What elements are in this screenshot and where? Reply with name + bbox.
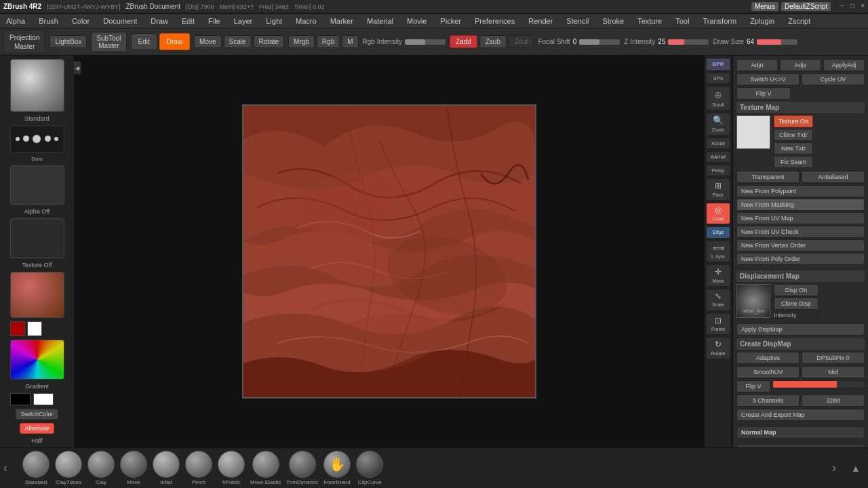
clone-disp-button[interactable]: Clone Disp <box>774 298 818 310</box>
color-picker[interactable] <box>10 340 64 380</box>
aahalf-button[interactable]: AAHalf <box>706 151 730 163</box>
new-from-masking-button[interactable]: New From Masking <box>736 199 865 211</box>
applyadj-button[interactable]: ApplyAdj <box>823 59 865 71</box>
switch-uv-button[interactable]: Switch U<>V <box>736 73 800 85</box>
menu-transform[interactable]: Transform <box>700 16 739 26</box>
zcut-button[interactable]: Zcut <box>509 35 534 48</box>
canvas-area[interactable] <box>75 56 704 447</box>
create-export-button[interactable]: Create And Export Map <box>736 409 865 421</box>
move2-button[interactable]: ✛ Move <box>706 264 730 287</box>
alternate-button[interactable]: Alternate <box>20 423 54 434</box>
menu-edit[interactable]: Edit <box>179 16 197 26</box>
menu-draw[interactable]: Draw <box>148 16 171 26</box>
minimize-button[interactable]: − <box>840 2 844 11</box>
scale2-button[interactable]: ⤡ Scale <box>706 289 730 311</box>
scroll-button[interactable]: ⊕ Scroll <box>706 86 730 110</box>
menu-layer[interactable]: Layer <box>231 16 256 26</box>
clone-txtr-button[interactable]: Clone Txtr <box>774 129 813 141</box>
menu-document[interactable]: Document <box>100 16 140 26</box>
scale-slider[interactable] <box>772 380 865 388</box>
maximize-button[interactable]: □ <box>850 2 854 11</box>
dpsubpix-button[interactable]: DPSubPix 0 <box>802 352 865 364</box>
mid-button[interactable]: Mid <box>802 366 865 378</box>
menu-brush[interactable]: Brush <box>36 16 61 26</box>
bottom-brush-standard[interactable]: Standard <box>22 451 50 485</box>
menu-movie[interactable]: Movie <box>404 16 429 26</box>
menu-texture[interactable]: Texture <box>635 16 665 26</box>
bottom-brush-clay[interactable]: Clay <box>87 451 115 485</box>
bottom-brush-move[interactable]: Move <box>120 451 147 485</box>
gradient-light[interactable] <box>33 393 54 405</box>
displacement-preview[interactable]: tahoe_den <box>736 284 770 318</box>
lsym-button[interactable]: ⟺ L.Sym <box>706 241 730 263</box>
rotate2-button[interactable]: ↻ Rotate <box>706 337 730 359</box>
rotate-button[interactable]: Rotate <box>254 35 284 48</box>
texture-on-button[interactable]: Texture On <box>774 115 813 127</box>
new-from-uv-map-button[interactable]: New From UV Map <box>736 212 865 224</box>
adaptive-button[interactable]: Adaptive <box>736 352 800 364</box>
script-button[interactable]: DefaultZScript <box>781 2 831 11</box>
sxyz-button[interactable]: SXyz <box>706 226 730 238</box>
apply-dispmap-button[interactable]: Apply DispMap <box>736 323 865 336</box>
disp-flip-v-button[interactable]: Flip V <box>736 380 770 392</box>
smooth-uv-button[interactable]: SmoothUV <box>736 366 800 378</box>
menu-file[interactable]: File <box>205 16 223 26</box>
fix-seam-button[interactable]: Fix Seam <box>774 156 813 168</box>
scroll-right-icon[interactable]: › <box>832 461 846 475</box>
3channels-button[interactable]: 3 Channels <box>736 394 800 407</box>
menu-light[interactable]: Light <box>263 16 285 26</box>
projection-master-button[interactable]: ProjectionMaster <box>3 30 45 54</box>
menu-render[interactable]: Render <box>526 16 555 26</box>
rgb-intensity-slider[interactable] <box>405 39 446 45</box>
flip-v-button[interactable]: Flip V <box>736 87 791 100</box>
disp-on-button[interactable]: Disp On <box>774 284 818 296</box>
left-expand-toggle[interactable]: ◄ <box>73 61 75 75</box>
move-button[interactable]: Move <box>194 35 221 48</box>
main-canvas[interactable] <box>243 106 535 397</box>
cycle-uv-button[interactable]: Cycle UV <box>802 73 865 85</box>
mrgb-button[interactable]: Mrgb <box>288 35 315 48</box>
bottom-brush-clipcurve[interactable]: ClipCurve <box>356 451 383 485</box>
persp-button[interactable]: Persp <box>706 165 730 176</box>
new-from-polypaint-button[interactable]: New From Polypaint <box>736 185 865 197</box>
z-intensity-slider[interactable] <box>668 39 709 45</box>
local-button[interactable]: ◎ Local <box>706 203 730 225</box>
foreground-color[interactable] <box>10 321 25 336</box>
bottom-brush-trimdynamic[interactable]: TrimDynamic <box>286 451 318 485</box>
adju-button[interactable]: Adju <box>736 59 778 71</box>
display-properties-button[interactable]: Display Properties <box>736 444 865 447</box>
normal-map-button[interactable]: Normal Map <box>736 426 865 439</box>
actual-button[interactable]: Actual <box>706 138 730 149</box>
scale-button[interactable]: Scale <box>224 35 252 48</box>
new-txtr-button[interactable]: New Txtr <box>774 142 813 155</box>
edit-button[interactable]: Edit <box>131 33 157 50</box>
bottom-brush-hpolish[interactable]: hPolish <box>218 451 245 485</box>
32bit-button[interactable]: 32Bit <box>802 394 865 407</box>
menu-preferences[interactable]: Preferences <box>472 16 517 26</box>
menu-material[interactable]: Material <box>364 16 396 26</box>
bottom-brush-move-elastic[interactable]: Move Elastic <box>250 451 281 485</box>
intensity-slider[interactable] <box>817 311 818 319</box>
bottom-brush-claytubes[interactable]: ClayTubes <box>55 451 82 485</box>
scroll-up-icon[interactable]: ▲ <box>851 463 865 474</box>
transparent-button[interactable]: Transparent <box>736 171 800 183</box>
zsub-button[interactable]: Zsub <box>479 35 507 48</box>
rgb-button[interactable]: Rgb <box>317 35 340 48</box>
adjv-button[interactable]: Adjv <box>780 59 821 71</box>
new-from-vertex-order-button[interactable]: New From Vertex Order <box>736 239 865 251</box>
menu-macro[interactable]: Macro <box>293 16 319 26</box>
frame-button[interactable]: ⊡ Frame <box>706 313 730 336</box>
m-button[interactable]: M <box>342 35 358 48</box>
scroll-left-icon[interactable]: ‹ <box>3 461 17 475</box>
lightbox-button[interactable]: LightBox <box>50 35 87 48</box>
floor-button[interactable]: ⊞ Floor <box>706 178 730 201</box>
switch-color-button[interactable]: SwitchColor <box>16 409 58 420</box>
new-from-poly-order-button[interactable]: New From Poly Order <box>736 253 865 265</box>
menu-marker[interactable]: Marker <box>328 16 356 26</box>
menu-picker[interactable]: Picker <box>437 16 464 26</box>
menu-stencil[interactable]: Stencil <box>564 16 591 26</box>
subtool-master-button[interactable]: SubToolMaster <box>91 32 126 52</box>
antialiased-button[interactable]: Antialiased <box>802 171 865 183</box>
zadd-button[interactable]: Zadd <box>450 35 477 48</box>
menu-zplugin[interactable]: Zplugin <box>747 16 777 26</box>
